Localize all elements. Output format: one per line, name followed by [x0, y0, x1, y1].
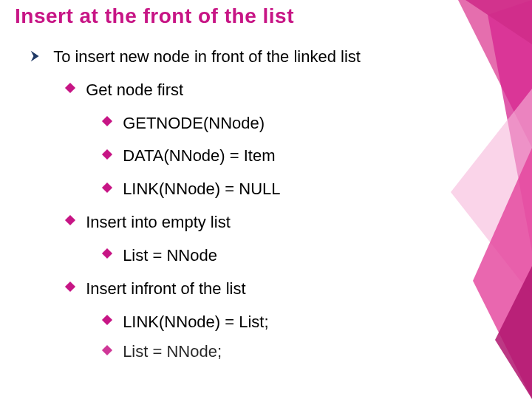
diamond-icon [65, 215, 75, 225]
bullet-level3: List = NNode [103, 245, 458, 265]
slide: Insert at the front of the list To inser… [0, 0, 532, 399]
svg-marker-4 [495, 266, 532, 399]
bullet-text: GETNODE(NNode) [123, 113, 265, 132]
bullet-level3: DATA(NNode) = Item [103, 145, 458, 165]
svg-marker-5 [466, 0, 532, 44]
diamond-icon [102, 182, 112, 192]
bullet-level1: To insert new node in front of the linke… [30, 46, 458, 66]
diamond-icon [102, 116, 112, 126]
diamond-icon [102, 149, 112, 160]
bullet-text: Get node first [86, 80, 183, 98]
diamond-icon [65, 282, 75, 292]
bullet-text: LINK(NNode) = NULL [123, 180, 280, 198]
bullet-level3: LINK(NNode) = NULL [103, 178, 458, 198]
diamond-icon [65, 83, 75, 93]
diamond-icon [102, 315, 112, 325]
bullet-text: List = NNode [123, 246, 217, 265]
bullet-level2: Insert infront of the list [66, 278, 458, 298]
bullet-level2: Insert into empty list [66, 211, 458, 231]
svg-marker-0 [458, 0, 532, 148]
bullet-text: Insert infront of the list [86, 279, 245, 297]
svg-marker-1 [488, 0, 532, 251]
bullet-level3: List = NNode; [103, 341, 458, 361]
svg-marker-2 [451, 89, 532, 296]
slide-content: To insert new node in front of the linke… [30, 41, 458, 361]
svg-marker-3 [473, 148, 532, 399]
bullet-text: List = NNode; [123, 342, 222, 361]
bullet-level3: GETNODE(NNode) [103, 112, 458, 132]
bullet-level2: Get node first [66, 79, 458, 99]
bullet-text: DATA(NNode) = Item [123, 146, 275, 165]
bullet-text: To insert new node in front of the linke… [53, 47, 361, 66]
bullet-text: LINK(NNode) = List; [123, 312, 268, 330]
diamond-icon [102, 345, 112, 355]
arrow-icon [30, 50, 43, 63]
bullet-level3: LINK(NNode) = List; [103, 311, 458, 331]
bullet-text: Insert into empty list [86, 213, 231, 231]
diamond-icon [102, 248, 112, 259]
slide-title: Insert at the front of the list [15, 4, 294, 28]
